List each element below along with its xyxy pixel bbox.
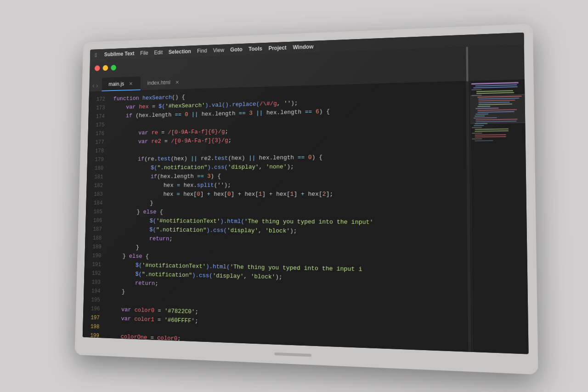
line-num-175: 175: [88, 120, 105, 129]
minimize-button[interactable]: [102, 65, 108, 70]
line-num-174: 174: [88, 112, 105, 121]
tab-main-js-label: main.js: [108, 80, 124, 87]
maximize-button[interactable]: [111, 64, 116, 70]
line-num-190: 190: [85, 251, 101, 260]
tab-main-js-close[interactable]: ✕: [127, 80, 134, 87]
line-num-193: 193: [84, 278, 101, 287]
laptop-notch: [274, 352, 311, 356]
line-num-189: 189: [85, 242, 102, 251]
code-editor[interactable]: 172 173 174 175 176 177 178 179 180 181 …: [83, 80, 529, 354]
traffic-lights: [95, 64, 116, 71]
code-line-183: hex = hex.split('');: [111, 180, 471, 190]
line-num-180: 180: [87, 164, 103, 172]
menu-tools[interactable]: Tools: [249, 45, 262, 52]
code-line-185: }: [111, 199, 471, 208]
line-num-183: 183: [86, 190, 103, 199]
menu-window[interactable]: Window: [293, 43, 313, 50]
tab-index-html-close[interactable]: ✕: [174, 79, 181, 86]
line-num-197: 197: [83, 313, 100, 323]
menu-file[interactable]: File: [140, 50, 148, 56]
line-num-177: 177: [88, 138, 104, 147]
line-num-196: 196: [83, 304, 100, 313]
laptop-frame:  Sublime Text File Edit Selection Find …: [75, 23, 538, 374]
line-num-194: 194: [84, 286, 100, 295]
menu-edit[interactable]: Edit: [154, 49, 163, 56]
line-num-178: 178: [87, 147, 104, 155]
screen:  Sublime Text File Edit Selection Find …: [83, 32, 529, 354]
line-num-184: 184: [86, 199, 102, 207]
apple-logo-icon[interactable]: : [95, 51, 97, 58]
line-num-172: 172: [89, 95, 105, 104]
line-num-195: 195: [84, 295, 101, 304]
line-num-192: 192: [84, 269, 101, 278]
menu-view[interactable]: View: [213, 47, 224, 53]
tab-main-js[interactable]: main.js ✕: [102, 76, 141, 91]
code-line-184: hex = hex[0] + hex[0] + hex[1] + hex[1] …: [111, 189, 471, 199]
minimap-viewport: [470, 94, 525, 124]
menu-goto[interactable]: Goto: [230, 46, 243, 52]
menu-project[interactable]: Project: [268, 44, 287, 51]
line-num-176: 176: [88, 129, 104, 138]
line-num-188: 188: [85, 233, 102, 243]
line-num-186: 186: [85, 216, 102, 225]
line-num-181: 181: [87, 172, 103, 181]
code-content[interactable]: function hexSearch() { var hex = $('#hex…: [104, 81, 473, 354]
nav-arrows: ‹ ›: [92, 82, 98, 91]
menu-find[interactable]: Find: [197, 47, 207, 54]
line-num-182: 182: [86, 181, 103, 190]
line-num-173: 173: [89, 103, 105, 112]
minimap[interactable]: [470, 80, 529, 354]
line-num-185: 185: [86, 207, 102, 216]
menu-sublime-text[interactable]: Sublime Text: [104, 50, 135, 57]
line-num-191: 191: [85, 260, 101, 269]
close-button[interactable]: [95, 65, 100, 70]
tab-index-html[interactable]: index.html ✕: [141, 75, 187, 90]
line-num-198: 198: [83, 322, 100, 331]
line-num-187: 187: [85, 225, 102, 233]
scrollbar-thumb[interactable]: [466, 80, 468, 81]
line-num-179: 179: [87, 155, 104, 164]
back-arrow-icon[interactable]: ‹: [92, 82, 95, 89]
menu-selection[interactable]: Selection: [169, 48, 191, 55]
tab-index-html-label: index.html: [147, 79, 170, 86]
forward-arrow-icon[interactable]: ›: [96, 82, 98, 89]
